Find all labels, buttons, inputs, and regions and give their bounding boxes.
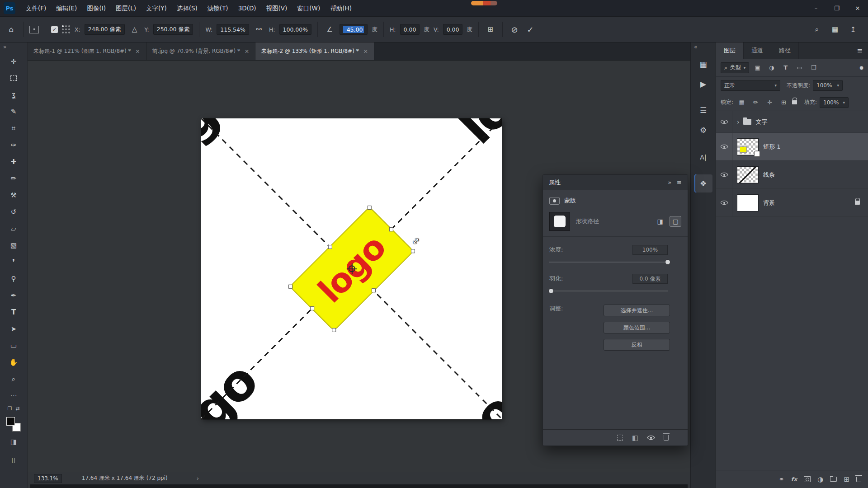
load-selection-icon[interactable]	[617, 435, 623, 441]
libraries-panel-icon[interactable]: ☰	[694, 101, 712, 119]
layer-row-rectangle-selected[interactable]: 矩形 1	[716, 133, 868, 161]
blur-tool[interactable]: ❜	[4, 253, 24, 270]
menu-file[interactable]: 文件(F)	[21, 0, 51, 16]
add-layer-mask-icon[interactable]	[804, 476, 811, 482]
delete-mask-icon[interactable]	[664, 435, 669, 441]
new-layer-icon[interactable]: ⊞	[844, 475, 849, 483]
link-layers-icon[interactable]: ⚭	[778, 475, 784, 483]
width-field[interactable]: 115.54%	[217, 24, 249, 35]
crop-tool[interactable]: ⌗	[4, 120, 24, 136]
restore-button[interactable]: ❐	[826, 0, 847, 16]
density-slider[interactable]	[549, 258, 668, 266]
transform-handle-w[interactable]	[310, 306, 314, 310]
tab-close-icon[interactable]: ✕	[363, 48, 368, 55]
mask-visibility-eye-icon[interactable]	[647, 436, 655, 440]
status-options-chevron[interactable]: ›	[197, 475, 199, 482]
tab-paths[interactable]: 路径	[771, 42, 799, 59]
layer-style-fx-icon[interactable]: fx	[791, 476, 797, 483]
minimize-button[interactable]: –	[806, 0, 826, 16]
reference-point-locator[interactable]	[62, 25, 71, 34]
eye-icon[interactable]	[721, 173, 728, 177]
mask-thumbnail[interactable]	[549, 212, 570, 231]
transform-handle-sw[interactable]	[332, 328, 336, 332]
home-icon[interactable]: ⌂	[5, 24, 17, 35]
document-canvas[interactable]: go lo ogo o logo	[201, 118, 502, 419]
menu-help[interactable]: 帮助(H)	[325, 0, 357, 16]
hand-tool[interactable]: ✋	[4, 354, 24, 371]
add-pixel-mask-icon[interactable]: ◨	[654, 216, 666, 227]
filter-pixel-layers-icon[interactable]: ▣	[752, 63, 763, 73]
visibility-cell[interactable]	[716, 111, 732, 132]
visibility-cell[interactable]	[716, 161, 732, 188]
dodge-tool[interactable]: ⚲	[4, 270, 24, 287]
slider-handle[interactable]	[548, 288, 554, 294]
relative-position-icon[interactable]: △	[129, 24, 141, 35]
adjustment-layer-icon[interactable]: ◑	[817, 475, 823, 483]
quick-mask-button[interactable]: ◨	[4, 434, 24, 450]
menu-type[interactable]: 文字(Y)	[141, 0, 172, 16]
document-tab-2[interactable]: 前.jpg @ 70.9% (背景, RGB/8#) * ✕	[146, 42, 255, 60]
layer-thumbnail[interactable]	[737, 194, 759, 211]
lasso-tool[interactable]: ʓ	[4, 86, 24, 103]
edit-toolbar-button[interactable]: ⋯	[4, 387, 24, 404]
tab-channels[interactable]: 通道	[744, 42, 771, 59]
eyedropper-tool[interactable]: ✑	[4, 136, 24, 153]
feather-value-field[interactable]: 0.0 像素	[632, 274, 668, 284]
layer-filter-type-select[interactable]: ⌕ 类型 ▾	[721, 62, 749, 73]
zoom-level-field[interactable]: 133.1%	[34, 474, 62, 483]
feather-slider[interactable]	[549, 287, 668, 295]
menu-3d[interactable]: 3D(D)	[233, 0, 261, 16]
layer-thumbnail[interactable]	[737, 166, 759, 183]
transform-handle-ne[interactable]	[367, 206, 371, 210]
rotation-field[interactable]: -45.00	[340, 24, 368, 35]
invert-button[interactable]: 反相	[604, 339, 670, 351]
x-position-field[interactable]: 248.00 像素	[85, 24, 125, 35]
document-tab-1[interactable]: 未标题-1 @ 121% (图层 1, RGB/8#) * ✕	[28, 42, 146, 60]
apply-mask-icon[interactable]: ◧	[632, 434, 638, 442]
foreground-color-swatch[interactable]	[6, 417, 15, 426]
cancel-transform-button[interactable]: ⊘	[509, 24, 520, 35]
color-range-button[interactable]: 颜色范围...	[604, 322, 670, 333]
menu-image[interactable]: 图像(I)	[82, 0, 111, 16]
menu-edit[interactable]: 编辑(E)	[51, 0, 82, 16]
new-group-icon[interactable]	[830, 477, 837, 482]
menu-view[interactable]: 视图(V)	[261, 0, 292, 16]
lock-all-icon[interactable]	[792, 100, 797, 104]
type-tool[interactable]: T	[4, 304, 24, 320]
commit-transform-button[interactable]: ✓	[524, 24, 536, 35]
clone-stamp-tool[interactable]: ⚒	[4, 187, 24, 203]
layer-row-text-group[interactable]: › 文字	[716, 111, 868, 133]
height-field[interactable]: 100.00%	[279, 24, 312, 35]
filter-type-layers-icon[interactable]: T	[780, 63, 791, 73]
toolbar-expand-icon[interactable]: »	[0, 42, 9, 53]
panel-menu-icon[interactable]: ≡	[851, 42, 868, 59]
eye-icon[interactable]	[721, 201, 728, 205]
filter-toggle-icon[interactable]: ●	[859, 65, 863, 70]
actions-panel-icon[interactable]: ▶	[694, 75, 712, 93]
eye-icon[interactable]	[721, 145, 728, 149]
menu-layer[interactable]: 图层(L)	[111, 0, 141, 16]
transform-handle-s[interactable]	[371, 289, 375, 293]
h-skew-field[interactable]: 0.00	[400, 24, 420, 35]
interpolation-icon[interactable]: ⊞	[485, 24, 496, 35]
group-expand-chevron[interactable]: ›	[737, 118, 740, 126]
color-swatches[interactable]	[6, 417, 21, 432]
menu-window[interactable]: 窗口(W)	[292, 0, 325, 16]
pen-tool[interactable]: ✒	[4, 287, 24, 304]
brush-tool[interactable]: ✏	[4, 170, 24, 187]
vector-mask-icon[interactable]: ▢	[670, 216, 681, 227]
visibility-cell[interactable]	[716, 189, 732, 216]
delete-layer-icon[interactable]	[856, 477, 861, 482]
fill-select[interactable]: 100% ▾	[820, 97, 849, 108]
rectangle-tool[interactable]: ▭	[4, 337, 24, 354]
lock-artboard-icon[interactable]: ⊞	[778, 98, 789, 108]
gradient-tool[interactable]: ▧	[4, 237, 24, 253]
menu-filter[interactable]: 滤镜(T)	[203, 0, 233, 16]
layer-row-background[interactable]: 背景	[716, 189, 868, 217]
layer-thumbnail[interactable]	[737, 138, 759, 155]
mini-icon-1[interactable]: ❐	[7, 406, 12, 412]
eye-icon[interactable]	[721, 120, 728, 124]
select-and-mask-button[interactable]: 选择并遮住...	[604, 305, 670, 316]
tab-close-icon[interactable]: ✕	[245, 48, 249, 55]
transform-handle-e[interactable]	[389, 227, 393, 231]
